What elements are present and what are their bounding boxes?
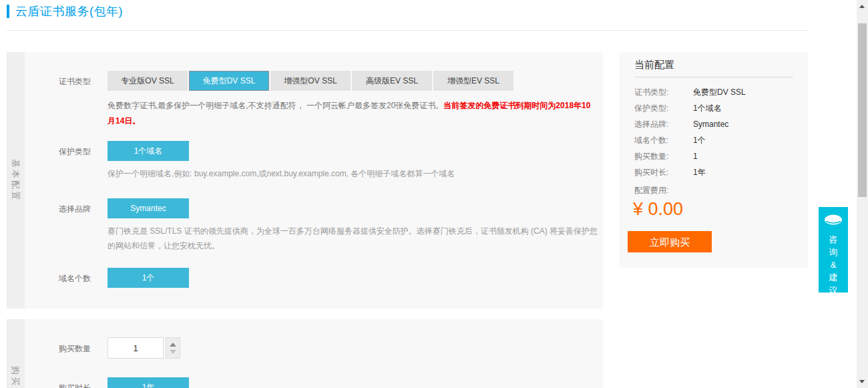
- summary-value: 1: [693, 148, 698, 164]
- basic-config-section: 基本配置 证书类型 专业版OV SSL 免费型DV SSL 增强型OV SSL …: [7, 52, 603, 309]
- cert-type-label: 证书类型: [59, 76, 91, 87]
- domain-count-label: 域名个数: [59, 273, 91, 284]
- brand-description: 赛门铁克是 SSL/TLS 证书的领先提供商，为全球一百多万台网络服务器提供安全…: [107, 224, 603, 253]
- summary-row-domain-count: 域名个数:1个: [634, 132, 746, 148]
- summary-row-fee: 配置费用:: [634, 182, 746, 198]
- consult-tab-label: 咨询&建议: [829, 233, 838, 297]
- brand-option[interactable]: Symantec: [107, 198, 189, 218]
- title-accent-bar: [7, 5, 9, 18]
- summary-rows: 证书类型:免费型DV SSL 保护类型:1个域名 选择品牌:Symantec 域…: [634, 84, 746, 198]
- summary-label: 购买数量:: [634, 148, 693, 164]
- quantity-label: 购买数量: [59, 343, 91, 355]
- tab-free-dv-ssl[interactable]: 免费型DV SSL: [189, 71, 269, 91]
- summary-row-brand: 选择品牌:Symantec: [634, 116, 746, 132]
- consult-chat-icon: [824, 214, 843, 229]
- duration-option[interactable]: 1年: [107, 377, 189, 388]
- header-divider: [7, 30, 808, 31]
- protect-type-label: 保护类型: [59, 146, 91, 158]
- summary-row-cert-type: 证书类型:免费型DV SSL: [634, 84, 746, 100]
- protect-type-option[interactable]: 1个域名: [107, 141, 189, 161]
- summary-value: Symantec: [693, 116, 728, 132]
- current-config-panel: 当前配置 证书类型:免费型DV SSL 保护类型:1个域名 选择品牌:Syman…: [620, 52, 808, 268]
- vertical-scrollbar[interactable]: [857, 0, 868, 388]
- summary-value: 免费型DV SSL: [693, 84, 746, 100]
- summary-value: 1个: [693, 132, 706, 148]
- page-title: 云盾证书服务(包年): [15, 3, 123, 19]
- tab-advanced-ev-ssl[interactable]: 高级版EV SSL: [352, 71, 432, 91]
- domain-count-option[interactable]: 1个: [107, 268, 189, 288]
- buy-now-button[interactable]: 立即购买: [628, 231, 712, 252]
- summary-row-duration: 购买时长:1年: [634, 164, 746, 180]
- purchase-section-label: 购买量: [9, 366, 21, 388]
- duration-label: 购买时长: [59, 383, 91, 388]
- scroll-down-icon[interactable]: [859, 380, 865, 383]
- summary-label: 证书类型:: [634, 84, 693, 100]
- stepper-up-icon[interactable]: [170, 343, 176, 347]
- basic-config-section-label: 基本配置: [9, 159, 21, 202]
- purchase-section: 购买量 购买数量 购买时长 1年: [7, 319, 603, 388]
- page-header: 云盾证书服务(包年): [7, 3, 123, 19]
- summary-label: 保护类型:: [634, 100, 693, 116]
- cert-type-tabs: 专业版OV SSL 免费型DV SSL 增强型OV SSL 高级版EV SSL …: [107, 71, 513, 91]
- tab-enhanced-ev-ssl[interactable]: 增强型EV SSL: [433, 71, 513, 91]
- quantity-stepper[interactable]: [166, 337, 180, 359]
- fee-label: 配置费用:: [634, 182, 693, 198]
- brand-label: 选择品牌: [59, 204, 91, 215]
- summary-value: 1个域名: [693, 100, 722, 116]
- quantity-input[interactable]: [107, 337, 164, 359]
- tab-professional-ov-ssl[interactable]: 专业版OV SSL: [107, 71, 188, 91]
- summary-label: 选择品牌:: [634, 116, 693, 132]
- consult-suggest-tab[interactable]: 咨询&建议: [819, 207, 848, 293]
- summary-divider: [634, 77, 793, 77]
- summary-label: 购买时长:: [634, 164, 693, 180]
- scrollbar-thumb[interactable]: [858, 23, 867, 197]
- cert-type-description: 免费数字证书,最多保护一个明细子域名,不支持通配符， 一个阿云帐户最多签发20张…: [107, 98, 594, 129]
- protect-type-description: 保护一个明细域名,例如: buy.example.com,或next.buy.e…: [107, 168, 455, 180]
- summary-row-protect-type: 保护类型:1个域名: [634, 100, 746, 116]
- summary-value: 1年: [693, 164, 706, 180]
- total-price: ¥ 0.00: [633, 199, 683, 220]
- cert-type-desc-text: 免费数字证书,最多保护一个明细子域名,不支持通配符， 一个阿云帐户最多签发20张…: [107, 101, 443, 110]
- stepper-down-icon[interactable]: [170, 350, 176, 354]
- tab-enhanced-ov-ssl[interactable]: 增强型OV SSL: [270, 71, 351, 91]
- current-config-title: 当前配置: [634, 59, 674, 71]
- scroll-up-icon[interactable]: [859, 5, 865, 8]
- summary-label: 域名个数:: [634, 132, 693, 148]
- summary-row-quantity: 购买数量:1: [634, 148, 746, 164]
